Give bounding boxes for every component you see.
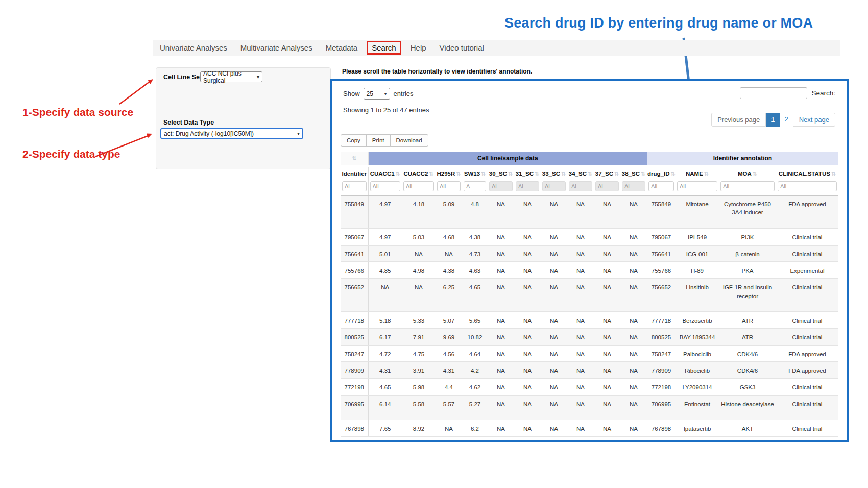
table-cell: Clinical trial — [776, 245, 838, 262]
table-cell: 9.69 — [436, 328, 462, 345]
results-table: ⇅Cell line/sample dataIdentifier annotat… — [341, 152, 838, 437]
entries-select[interactable]: 25 ▾ — [364, 88, 390, 100]
table-cell: CDK4/6 — [719, 362, 776, 379]
filter-input-name[interactable] — [677, 181, 717, 191]
table-cell: NA — [514, 195, 541, 228]
table-row: 7678987.658.92NA6.2NANANANANANA767898Ipa… — [341, 420, 838, 437]
nav-item-search[interactable]: Search — [367, 41, 401, 55]
table-cell: ICG-001 — [676, 245, 719, 262]
previous-page-button[interactable]: Previous page — [711, 113, 766, 127]
column-header-h295r[interactable]: H295R⇅ — [436, 166, 462, 180]
search-control: Search: — [740, 87, 835, 99]
show-entries-control: Show 25 ▾ entries — [343, 88, 414, 100]
column-header-clinical-status[interactable]: CLINICAL.STATUS⇅ — [776, 166, 838, 180]
table-cell: 756652 — [341, 278, 368, 311]
nav-item-univariate-analyses[interactable]: Univariate Analyses — [153, 43, 234, 52]
sort-icon: ⇅ — [831, 170, 836, 177]
column-header-sw13[interactable]: SW13⇅ — [462, 166, 488, 180]
table-cell: 800525 — [647, 328, 676, 345]
column-header-moa[interactable]: MOA⇅ — [719, 166, 776, 180]
table-cell: 758247 — [647, 345, 676, 362]
table-cell: 4.65 — [368, 378, 402, 395]
column-header-30-sc[interactable]: 30_SC⇅ — [488, 166, 514, 180]
table-cell: NA — [594, 378, 620, 395]
table-cell: Clinical trial — [776, 228, 838, 245]
data-type-select[interactable]: act: Drug Activity (-log10[IC50M]) ▾ — [160, 128, 303, 139]
show-label: Show — [343, 90, 360, 97]
search-input[interactable] — [740, 87, 807, 99]
sort-icon: ⇅ — [481, 170, 486, 177]
sort-icon[interactable]: ⇅ — [352, 155, 356, 161]
column-header-33-sc[interactable]: 33_SC⇅ — [541, 166, 567, 180]
table-cell: 7.65 — [368, 420, 402, 437]
column-header-label: H295R — [437, 170, 455, 177]
page-button-2[interactable]: 2 — [780, 113, 793, 127]
table-cell: NA — [567, 395, 594, 420]
nav-item-metadata[interactable]: Metadata — [319, 43, 365, 52]
table-cell: Cytochrome P450 3A4 inducer — [719, 195, 776, 228]
table-cell: 758247 — [341, 345, 368, 362]
table-cell: NA — [514, 378, 541, 395]
entries-label: entries — [394, 90, 414, 97]
column-header-identifier[interactable]: Identifier — [341, 166, 368, 180]
nav-bar: Univariate AnalysesMultivariate Analyses… — [153, 40, 840, 56]
table-row: 7777185.185.335.075.65NANANANANANA777718… — [341, 312, 838, 329]
table-cell: 4.97 — [368, 195, 402, 228]
filter-input-30-sc — [489, 181, 513, 191]
filter-input-identifier[interactable] — [342, 181, 367, 191]
print-button[interactable]: Print — [366, 134, 391, 147]
table-cell: 5.57 — [436, 395, 462, 420]
nav-item-video-tutorial[interactable]: Video tutorial — [433, 43, 491, 52]
chevron-down-icon: ▾ — [384, 91, 387, 96]
sort-icon: ⇅ — [753, 170, 757, 177]
nav-item-multivariate-analyses[interactable]: Multivariate Analyses — [234, 43, 319, 52]
table-cell: NA — [488, 278, 514, 311]
column-header-drug-id[interactable]: drug_ID⇅ — [647, 166, 676, 180]
filter-input-cuacc1[interactable] — [370, 181, 401, 191]
table-cell: NA — [620, 228, 647, 245]
column-header-37-sc[interactable]: 37_SC⇅ — [594, 166, 620, 180]
column-header-name[interactable]: NAME⇅ — [676, 166, 719, 180]
filter-panel: Cell Line Set ACC NCI plus Surgical ▾ Se… — [156, 67, 331, 169]
annotation-step1: 1-Specify data source — [22, 106, 133, 118]
page-button-1[interactable]: 1 — [766, 113, 780, 127]
filter-row — [341, 180, 838, 196]
column-header-label: 31_SC — [516, 170, 534, 177]
table-cell: H-89 — [676, 262, 719, 279]
copy-button[interactable]: Copy — [341, 134, 367, 147]
table-cell: NA — [567, 328, 594, 345]
column-header-38-sc[interactable]: 38_SC⇅ — [620, 166, 647, 180]
filter-input-clinical-status[interactable] — [778, 181, 837, 191]
table-cell: Entinostat — [676, 395, 719, 420]
export-button-group: CopyPrintDownload — [341, 134, 428, 147]
filter-input-moa[interactable] — [720, 181, 775, 191]
table-cell: 755766 — [647, 262, 676, 279]
table-cell: 10.82 — [462, 328, 488, 345]
table-cell: FDA approved — [776, 362, 838, 379]
filter-input-34-sc — [569, 181, 592, 191]
table-cell: 772198 — [647, 378, 676, 395]
column-header-cuacc1[interactable]: CUACC1⇅ — [368, 166, 402, 180]
next-page-button[interactable]: Next page — [793, 113, 835, 127]
sort-icon: ⇅ — [614, 170, 619, 177]
filter-input-drug-id[interactable] — [648, 181, 674, 191]
column-header-cuacc2[interactable]: CUACC2⇅ — [402, 166, 436, 180]
table-cell: 767898 — [647, 420, 676, 437]
table-cell: 4.63 — [462, 262, 488, 279]
table-cell: 756652 — [647, 278, 676, 311]
table-cell: NA — [541, 362, 567, 379]
table-cell: Ipatasertib — [676, 420, 719, 437]
column-header-34-sc[interactable]: 34_SC⇅ — [567, 166, 594, 180]
download-button[interactable]: Download — [390, 134, 428, 147]
chevron-down-icon: ▾ — [297, 131, 300, 136]
filter-input-h295r[interactable] — [437, 181, 461, 191]
cell-line-set-select[interactable]: ACC NCI plus Surgical ▾ — [200, 71, 262, 82]
filter-input-cuacc2[interactable] — [403, 181, 434, 191]
filter-cell — [341, 180, 368, 196]
column-header-label: CUACC2 — [403, 170, 428, 177]
column-header-31-sc[interactable]: 31_SC⇅ — [514, 166, 541, 180]
nav-item-help[interactable]: Help — [404, 43, 433, 52]
filter-input-sw13[interactable] — [464, 181, 486, 191]
table-cell: NA — [567, 245, 594, 262]
table-cell: NA — [541, 228, 567, 245]
